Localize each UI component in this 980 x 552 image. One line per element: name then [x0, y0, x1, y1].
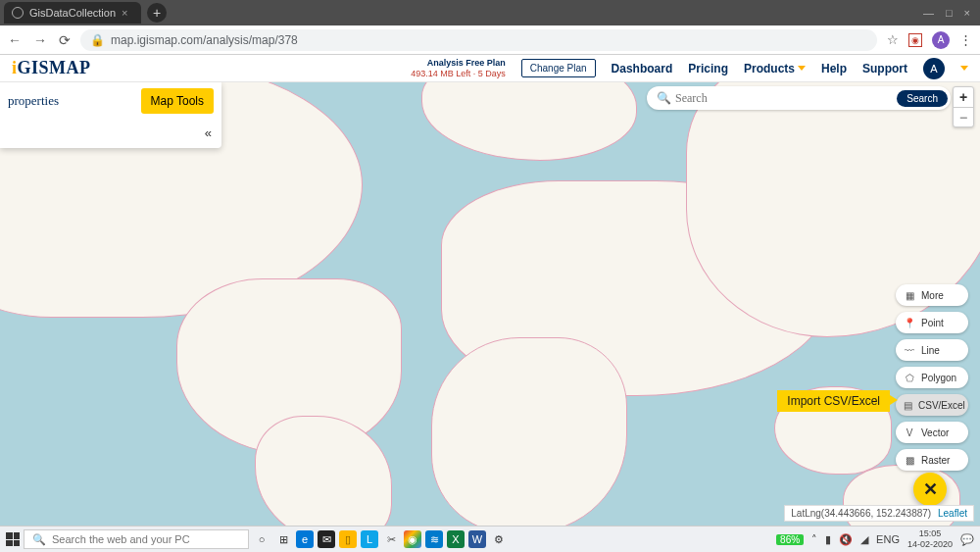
maximize-icon[interactable]: □ — [946, 7, 953, 19]
tab-title: GisDataCollection — [29, 7, 116, 19]
add-layer-palette: ▦More 📍Point 〰Line ⬠Polygon ▤CSV/Excel V… — [896, 284, 968, 471]
zoom-in-button[interactable]: + — [954, 87, 973, 107]
map-canvas[interactable]: properties Map Tools « 🔍 Search + − ▦Mor… — [0, 82, 980, 526]
battery-icon[interactable]: ▮ — [825, 533, 831, 546]
browser-titlebar: GisDataCollection × + — □ × — [0, 0, 980, 25]
forward-icon[interactable]: → — [33, 32, 47, 48]
close-tab-icon[interactable]: × — [122, 7, 127, 19]
reload-icon[interactable]: ⟳ — [59, 32, 71, 48]
logo[interactable]: iGISMAP — [12, 58, 91, 78]
language-indicator[interactable]: ENG — [876, 533, 900, 545]
extension-icon[interactable]: ◉ — [908, 33, 922, 47]
word-icon[interactable]: W — [468, 530, 486, 548]
plan-info: Analysis Free Plan 493.14 MB Left · 5 Da… — [411, 58, 506, 79]
omnibox[interactable]: 🔒 map.igismap.com/analysis/map/378 — [80, 29, 877, 51]
search-button[interactable]: Search — [897, 90, 948, 107]
windows-taskbar: 🔍 Search the web and your PC ○ ⊞ e ✉ ▯ L… — [0, 526, 980, 552]
task-view-icon[interactable]: ⊞ — [274, 530, 292, 548]
system-tray: 86% ˄ ▮ 🔇 ◢ ENG 15:0514-02-2020 💬 — [776, 528, 974, 550]
polygon-icon: ⬠ — [904, 372, 915, 383]
close-palette-fab[interactable]: ✕ — [913, 473, 947, 506]
edge-icon[interactable]: e — [296, 530, 314, 548]
nav-support[interactable]: Support — [862, 62, 907, 75]
zoom-control: + − — [953, 86, 974, 127]
properties-title: properties — [8, 93, 59, 109]
more-icon: ▦ — [904, 289, 915, 301]
wifi-icon[interactable]: ◢ — [860, 533, 868, 546]
minimize-icon[interactable]: — — [923, 7, 934, 19]
nav-pricing[interactable]: Pricing — [688, 62, 728, 75]
tool-vector[interactable]: VVector — [896, 422, 968, 443]
battery-indicator[interactable]: 86% — [776, 534, 804, 545]
close-icon: ✕ — [923, 478, 938, 500]
notifications-icon[interactable]: 💬 — [960, 533, 974, 546]
vector-icon: V — [904, 427, 915, 438]
nav-help[interactable]: Help — [821, 62, 847, 75]
chrome-icon[interactable]: ◉ — [404, 530, 421, 548]
volume-icon[interactable]: 🔇 — [839, 533, 853, 546]
kebab-menu-icon[interactable]: ⋮ — [959, 32, 972, 47]
search-icon: 🔍 — [32, 533, 46, 546]
app-icon[interactable]: L — [361, 530, 378, 548]
properties-panel: properties Map Tools « — [0, 82, 221, 148]
line-icon: 〰 — [904, 344, 915, 356]
tool-raster[interactable]: ▩Raster — [896, 449, 968, 471]
tool-polygon[interactable]: ⬠Polygon — [896, 367, 968, 388]
tool-line[interactable]: 〰Line — [896, 339, 968, 361]
chevron-down-icon — [798, 66, 806, 71]
nav-products[interactable]: Products — [744, 62, 806, 75]
latlng-readout: LatLng(34.443666, 152.243887) Leaflet — [784, 505, 974, 522]
close-window-icon[interactable]: × — [964, 7, 970, 19]
import-csv-tooltip: Import CSV/Excel — [777, 390, 890, 412]
leaflet-attribution[interactable]: Leaflet — [938, 508, 967, 519]
user-menu-caret-icon — [960, 66, 968, 71]
point-icon: 📍 — [904, 317, 915, 328]
address-bar: ← → ⟳ 🔒 map.igismap.com/analysis/map/378… — [0, 25, 980, 55]
star-icon[interactable]: ☆ — [887, 32, 899, 47]
taskbar-search[interactable]: 🔍 Search the web and your PC — [24, 529, 249, 549]
lock-icon: 🔒 — [90, 33, 105, 47]
tab-strip: GisDataCollection × + — [4, 2, 167, 24]
spreadsheet-icon: ▤ — [904, 399, 912, 411]
window-controls: — □ × — [923, 7, 976, 19]
taskbar-search-placeholder: Search the web and your PC — [52, 533, 190, 545]
raster-icon: ▩ — [904, 454, 915, 466]
excel-icon[interactable]: X — [447, 530, 465, 548]
browser-profile-avatar[interactable]: A — [932, 31, 950, 49]
nav-dashboard[interactable]: Dashboard — [612, 62, 673, 75]
app-header: iGISMAP Analysis Free Plan 493.14 MB Lef… — [0, 55, 980, 82]
plan-subtitle: 493.14 MB Left · 5 Days — [411, 69, 506, 79]
map-tools-button[interactable]: Map Tools — [141, 88, 214, 114]
url-text: map.igismap.com/analysis/map/378 — [111, 33, 298, 47]
start-button[interactable] — [6, 532, 20, 546]
tool-csv-excel[interactable]: ▤CSV/Excel — [896, 394, 968, 416]
plan-title: Analysis Free Plan — [411, 58, 506, 69]
browser-tab[interactable]: GisDataCollection × — [4, 2, 141, 24]
landmass — [431, 337, 627, 526]
settings-icon[interactable]: ⚙ — [490, 530, 508, 548]
cortana-icon[interactable]: ○ — [253, 530, 270, 548]
mail-icon[interactable]: ✉ — [318, 530, 335, 548]
user-menu[interactable]: A — [923, 58, 945, 79]
search-input[interactable] — [675, 91, 897, 106]
collapse-panel-icon[interactable]: « — [205, 125, 212, 140]
new-tab-button[interactable]: + — [147, 3, 167, 23]
zoom-out-button[interactable]: − — [954, 107, 973, 126]
snip-icon[interactable]: ✂ — [382, 530, 400, 548]
site-icon — [12, 7, 24, 19]
tool-point[interactable]: 📍Point — [896, 312, 968, 333]
vscode-icon[interactable]: ≋ — [425, 530, 443, 548]
explorer-icon[interactable]: ▯ — [339, 530, 357, 548]
map-search: 🔍 Search — [647, 86, 951, 110]
search-icon: 🔍 — [657, 91, 671, 105]
change-plan-button[interactable]: Change Plan — [521, 59, 596, 77]
back-icon[interactable]: ← — [8, 32, 22, 48]
clock[interactable]: 15:0514-02-2020 — [907, 528, 953, 550]
nav-buttons: ← → ⟳ — [8, 32, 71, 48]
tool-more[interactable]: ▦More — [896, 284, 968, 306]
tray-chevron-icon[interactable]: ˄ — [811, 533, 817, 546]
